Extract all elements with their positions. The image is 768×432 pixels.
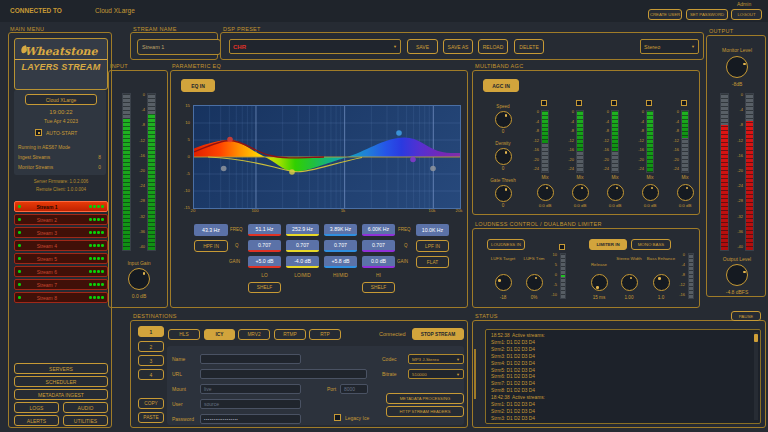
stream-list-item[interactable]: Stream 4 [14, 240, 108, 251]
agc-band-enable-checkbox[interactable] [576, 100, 582, 106]
monitor-level-knob[interactable] [726, 56, 748, 78]
protocol-tab-rtp[interactable]: RTP [309, 329, 341, 340]
pause-button[interactable]: PAUSE [731, 311, 761, 321]
input-gain-knob[interactable] [128, 268, 150, 290]
copy-button[interactable]: COPY [138, 398, 164, 409]
menu-button-logs[interactable]: LOGS [14, 402, 59, 413]
url-input[interactable] [200, 369, 367, 379]
agc-mix-knob[interactable] [572, 184, 589, 201]
agc-mix-knob[interactable] [677, 184, 694, 201]
limiter-in-button[interactable]: LIMITER IN [589, 239, 627, 250]
agc-band-enable-checkbox[interactable] [611, 100, 617, 106]
eq-in-button[interactable]: EQ IN [181, 79, 215, 92]
loudness-knob-lufs-target[interactable] [495, 274, 512, 291]
lpf-in-button[interactable]: LPF IN [416, 240, 449, 252]
hpf-in-button[interactable]: HPF IN [194, 240, 228, 252]
band-q-field[interactable]: 0.707 [362, 240, 395, 252]
loudness-in-button[interactable]: LOUDNESS IN [487, 239, 525, 250]
set-password-button[interactable]: SET PASSWORD [686, 9, 728, 20]
agc-mix-knob[interactable] [642, 184, 659, 201]
menu-button-metadata-ingest[interactable]: METADATA INGEST [14, 389, 108, 400]
status-scrollbar-track[interactable] [754, 332, 758, 420]
stream-list-item[interactable]: Stream 5 [14, 253, 108, 264]
agc-band-enable-checkbox[interactable] [541, 100, 547, 106]
agc-mix-knob[interactable] [537, 184, 554, 201]
destination-tab-1[interactable]: 1 [138, 326, 164, 337]
logout-button[interactable]: LOGOUT [731, 9, 762, 20]
eq-response-graph[interactable] [193, 105, 461, 209]
protocol-tab-hls[interactable]: HLS [168, 329, 200, 340]
metadata-processing-button[interactable]: METADATA PROCESSING [386, 393, 464, 404]
loudness-knob-release[interactable] [591, 274, 608, 291]
menu-button-servers[interactable]: SERVERS [14, 363, 108, 374]
band-gain-field[interactable]: +5.8 dB [324, 256, 357, 268]
stream-list-item[interactable]: Stream 3 [14, 227, 108, 238]
band-gain-field[interactable]: +5.0 dB [248, 256, 281, 268]
paste-button[interactable]: PASTE [138, 412, 164, 423]
reload-button[interactable]: RELOAD [478, 39, 508, 54]
agc-gate-thresh-knob[interactable] [495, 185, 512, 202]
http-stream-headers-button[interactable]: HTTP STREAM HEADERS [386, 406, 464, 417]
stream-list-item[interactable]: Stream 8 [14, 292, 108, 303]
stream-name-input[interactable]: Stream 1 [137, 39, 221, 55]
dsp-preset-dropdown[interactable]: CHR▼ [229, 39, 401, 54]
mono-bass-button[interactable]: MONO BASS [631, 239, 671, 250]
shelf-button[interactable]: SHELF [362, 282, 395, 293]
band-q-field[interactable]: 0.707 [324, 240, 357, 252]
menu-button-audio[interactable]: AUDIO [63, 402, 108, 413]
protocol-tab-mrv2[interactable]: MRV2 [238, 329, 270, 340]
codec-dropdown[interactable]: MP3 J-Stereo▼ [408, 354, 464, 364]
mount-input[interactable]: live [200, 384, 301, 394]
hpf-freq-field[interactable]: 43.3 Hz [194, 224, 228, 236]
status-side-scrollbar[interactable] [474, 349, 476, 399]
user-input[interactable]: source [200, 399, 301, 409]
band-gain-field[interactable]: -4.0 dB [286, 256, 319, 268]
shelf-button[interactable]: SHELF [248, 282, 281, 293]
agc-mix-knob[interactable] [607, 184, 624, 201]
loudness-knob-bass-enhance[interactable] [653, 274, 670, 291]
device-name-button[interactable]: Cloud XLarge [25, 94, 97, 105]
channel-mode-dropdown[interactable]: Stereo▼ [640, 39, 699, 54]
flat-button[interactable]: FLAT [416, 256, 449, 268]
menu-button-scheduler[interactable]: SCHEDULER [14, 376, 108, 387]
loudness-knob-stereo-width[interactable] [621, 274, 638, 291]
output-level-knob[interactable] [726, 264, 748, 286]
legacy-ice-checkbox[interactable] [334, 414, 341, 421]
stop-stream-button[interactable]: STOP STREAM [412, 328, 464, 340]
stream-list-item[interactable]: Stream 6 [14, 266, 108, 277]
band-q-field[interactable]: 0.707 [248, 240, 281, 252]
lufs-meter-checkbox[interactable] [559, 244, 565, 250]
auto-start-checkbox[interactable] [35, 129, 42, 136]
band-freq-field[interactable]: 252.9 Hz [286, 224, 319, 236]
band-freq-field[interactable]: 3.89K Hz [324, 224, 357, 236]
bitrate-dropdown[interactable]: 510000▼ [408, 369, 464, 379]
name-input[interactable] [200, 354, 301, 364]
menu-button-utilities[interactable]: UTILITIES [63, 415, 108, 426]
save-button[interactable]: SAVE [407, 39, 438, 54]
agc-band-enable-checkbox[interactable] [681, 100, 687, 106]
band-gain-field[interactable]: 0.0 dB [362, 256, 395, 268]
stream-list-item[interactable]: Stream 7 [14, 279, 108, 290]
agc-speed-knob[interactable] [495, 111, 512, 128]
protocol-tab-rtmp[interactable]: RTMP [274, 329, 306, 340]
agc-density-knob[interactable] [495, 148, 512, 165]
delete-button[interactable]: DELETE [514, 39, 544, 54]
password-input[interactable]: •••••••••••••••••• [200, 414, 301, 424]
create-user-button[interactable]: CREATE USER [648, 9, 682, 20]
status-scrollbar-thumb[interactable] [754, 334, 758, 342]
destination-tab-4[interactable]: 4 [138, 369, 164, 380]
stream-list-item[interactable]: Stream 2 [14, 214, 108, 225]
loudness-knob-lufs-trim[interactable] [526, 274, 543, 291]
lpf-freq-field[interactable]: 10.0K Hz [416, 224, 449, 236]
band-freq-field[interactable]: 51.1 Hz [248, 224, 281, 236]
destination-tab-2[interactable]: 2 [138, 341, 164, 352]
save-as-button[interactable]: SAVE AS [443, 39, 473, 54]
agc-band-enable-checkbox[interactable] [646, 100, 652, 106]
port-input[interactable]: 8000 [340, 384, 368, 394]
band-q-field[interactable]: 0.707 [286, 240, 319, 252]
menu-button-alerts[interactable]: ALERTS [14, 415, 59, 426]
destination-tab-3[interactable]: 3 [138, 355, 164, 366]
stream-list-item[interactable]: Stream 1 [14, 201, 108, 212]
band-freq-field[interactable]: 6.00K Hz [362, 224, 395, 236]
agc-in-button[interactable]: AGC IN [483, 79, 519, 92]
